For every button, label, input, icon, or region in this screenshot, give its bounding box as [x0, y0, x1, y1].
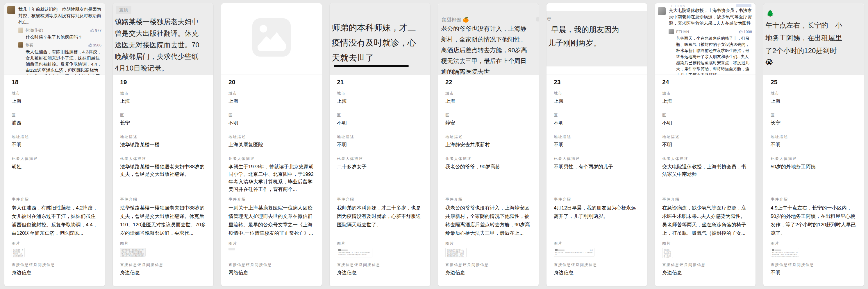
record-card-24[interactable]: ETHAN 交大电院退休教授，上海书协会员，书法家吴中南老师在急诊病逝，缺少氧气… — [655, 3, 756, 287]
post-screenshot: 师弟的本科师妹，才二 疫情没有及时就诊，心 天就去世了 — [330, 3, 430, 75]
field-label-image: 图片 — [662, 241, 748, 246]
record-card-19[interactable]: 置顶 镇路某楼一楼独居老夫妇中 曾是交大出版社翻译。休克 送医无对接医院而去世。… — [113, 3, 214, 287]
field-value-direct: 身边信息 — [12, 269, 98, 276]
field-value-address: 不明 — [337, 141, 423, 148]
avatar — [669, 29, 674, 34]
post-text: 我几十年前就认识的一位胡姓朋友也是因为封控、核酸检测等原因没有得到及时救治而死亡… — [18, 6, 101, 25]
like-count: 3506 — [88, 43, 101, 47]
image-thumbnail: 4.9上午十点左右，长宁的一小区内，50岁的外地务工阿姨，在出租屋里心梗发作，等… — [771, 248, 799, 257]
post-screenshot: 置顶 镇路某楼一楼独居老夫妇中 曾是交大出版社翻译。休克 送医无对接医院而去世。… — [113, 3, 213, 75]
field-label-intro: 事件介绍 — [662, 197, 748, 202]
field-label-city: 城市 — [337, 91, 423, 96]
field-label-address: 地址描述 — [771, 134, 857, 139]
field-label-intro: 事件介绍 — [120, 197, 206, 202]
record-card-21[interactable]: 师弟的本科师妹，才二 疫情没有及时就诊，心 天就去世了 21 城市上海 区不明 … — [329, 3, 431, 287]
post-text-line: 天就去世了 — [332, 50, 430, 65]
field-label-image: 图片 — [445, 241, 531, 246]
post-author: 鼠甜橙酱 🍊 — [438, 3, 539, 23]
post-text-line: 早晨，我的朋友因为 — [547, 23, 647, 36]
comment-author: 敏宴 — [26, 42, 88, 47]
field-label-intro: 事件介绍 — [12, 197, 98, 202]
post-text-line: 曾是交大出版社翻译。休克 — [115, 28, 213, 39]
field-label-direct: 直接信息还是间接信息 — [12, 262, 98, 267]
record-number: 25 — [771, 79, 857, 91]
post-text-line: 离酒店后差点转去方舱，90岁高 — [441, 45, 539, 56]
post-text-line: 了2个小时的120赶到时 — [765, 44, 864, 57]
field-value-city: 上海 — [445, 98, 531, 105]
thumbnail-like-count: 2147 — [590, 249, 593, 251]
field-label-deceased: 死者大体描述 — [771, 156, 857, 161]
record-number: 18 — [12, 79, 98, 91]
record-card-23[interactable]: e 早晨，我的朋友因为 儿子刚刚两岁。 23 城市上海 区不明 地址描述不明 死… — [546, 3, 647, 287]
post-screenshot: e 早晨，我的朋友因为 儿子刚刚两岁。 — [547, 3, 647, 75]
field-label-image: 图片 — [554, 241, 640, 246]
field-value-city: 上海 — [554, 98, 640, 105]
field-label-direct: 直接信息还是间接信息 — [120, 262, 206, 267]
clipped-like-count — [736, 4, 751, 7]
field-value-address: 不明 — [771, 141, 857, 148]
field-label-deceased: 死者大体描述 — [337, 156, 423, 161]
field-label-intro: 事件介绍 — [554, 197, 640, 202]
field-value-district: 不明 — [662, 119, 748, 127]
thumbs-up-icon — [739, 30, 743, 34]
field-value-address: 上海静安去共康新村 — [445, 141, 531, 148]
record-card-18[interactable]: 我几十年前就认识的一位胡姓朋友也是因为封控、核酸检测等原因没有得到及时救治而死亡… — [4, 3, 105, 287]
field-value-district: 浦西 — [12, 119, 98, 127]
field-value-intro: 我师弟的本科师妹，才二十多岁，也是因为疫情没有及时就诊，心脏不舒服送医院隔天就去… — [337, 204, 423, 229]
field-label-direct: 直接信息还是间接信息 — [337, 262, 423, 267]
field-value-city: 上海 — [662, 98, 748, 105]
field-label-direct: 直接信息还是间接信息 — [771, 262, 857, 267]
field-value-direct: 不明 — [771, 269, 857, 276]
field-value-city: 上海 — [12, 98, 98, 105]
post-text-line: 地务工阿姨，在出租屋里 — [765, 32, 864, 44]
field-label-address: 地址描述 — [662, 134, 748, 139]
field-label-district: 区 — [554, 113, 640, 117]
record-card-20[interactable]: 20 城市上海 区不明 地址描述上海某康复医院 死者大体描述李昶生于1973年，… — [221, 3, 322, 287]
field-label-direct: 直接信息还是间接信息 — [228, 262, 314, 267]
image-thumbnail — [228, 248, 235, 250]
field-value-address: 不明 — [554, 141, 640, 148]
field-value-district: 不明 — [337, 119, 423, 127]
post-text-line: 送医无对接医院而去世。70 — [115, 39, 213, 51]
field-value-intro: 4月12日早晨，我的朋友因为心梗永远离开了，儿子刚刚两岁。 — [554, 204, 640, 220]
record-card-22[interactable]: 鼠甜橙酱 🍊 老公的爷爷也没有计入，上海静 新村，全家阴的情况下他阳性。 离酒店… — [438, 3, 539, 287]
field-value-city: 上海 — [771, 98, 857, 105]
field-value-address: 不明 — [662, 141, 748, 148]
post-text-line: 师弟的本科师妹，才二 — [332, 20, 430, 35]
record-number: 20 — [228, 79, 314, 91]
post-text-line: 午十点左右，长宁的一小 — [765, 19, 864, 32]
field-value-deceased: 50岁的外地务工阿姨 — [771, 163, 857, 171]
field-label-deceased: 死者大体描述 — [662, 156, 748, 161]
post-text-line: 梗无法去三甲，最后在上个周日 — [441, 56, 539, 66]
record-card-25[interactable]: 🌲 午十点左右，长宁的一小 地务工阿姨，在出租屋里 了2个小时的120赶到时 😭… — [763, 3, 864, 287]
post-text-line: 新村，全家阴的情况下他阳性。 — [441, 34, 539, 45]
field-label-city: 城市 — [445, 91, 531, 96]
clipped-author: ETHAN — [671, 4, 685, 7]
field-value-deceased: 不明男性，有个两岁的儿子 — [554, 163, 640, 171]
field-label-city: 城市 — [228, 91, 314, 96]
field-label-deceased: 死者大体描述 — [228, 156, 314, 161]
field-label-address: 地址描述 — [12, 134, 98, 139]
post-text-line: 镇路某楼一楼独居老夫妇中 — [115, 16, 213, 28]
field-value-district: 长宁 — [771, 119, 857, 127]
field-label-deceased: 死者大体描述 — [554, 156, 640, 161]
post-screenshot: 🌲 午十点左右，长宁的一小 地务工阿姨，在出租屋里 了2个小时的120赶到时 😭 — [763, 3, 864, 75]
logo-fragment: e — [547, 11, 647, 23]
post-text-line: 老公的爷爷也没有计入，上海静 — [441, 23, 539, 34]
field-value-direct: 网络信息 — [228, 269, 314, 276]
avatar — [658, 7, 666, 15]
field-value-direct: 身边信息 — [662, 269, 748, 276]
field-label-image: 图片 — [120, 241, 206, 246]
post-text-line: 通的隔离医院去世 — [441, 66, 539, 75]
post-text-line: 4月10日晚记录。 — [115, 62, 213, 74]
field-label-district: 区 — [662, 113, 748, 117]
clipped-icon — [536, 17, 539, 22]
field-value-city: 上海 — [120, 98, 206, 105]
field-value-intro: 在急诊病逝，缺少氧气等医疗资源，哀求医生求职未果...夫人亦感染为阳性。吴老师苦… — [662, 204, 748, 237]
comment-text: 什么时候？生了其他疾病吗？ — [26, 34, 101, 40]
field-label-direct: 直接信息还是间接信息 — [662, 262, 748, 267]
avatar — [18, 28, 23, 33]
field-label-city: 城市 — [662, 91, 748, 96]
field-label-address: 地址描述 — [120, 134, 206, 139]
field-value-intro: 4.9上午十点左右，长宁的一小区内，50岁的外地务工阿姨，在出租屋里心梗发作，等… — [771, 204, 857, 237]
